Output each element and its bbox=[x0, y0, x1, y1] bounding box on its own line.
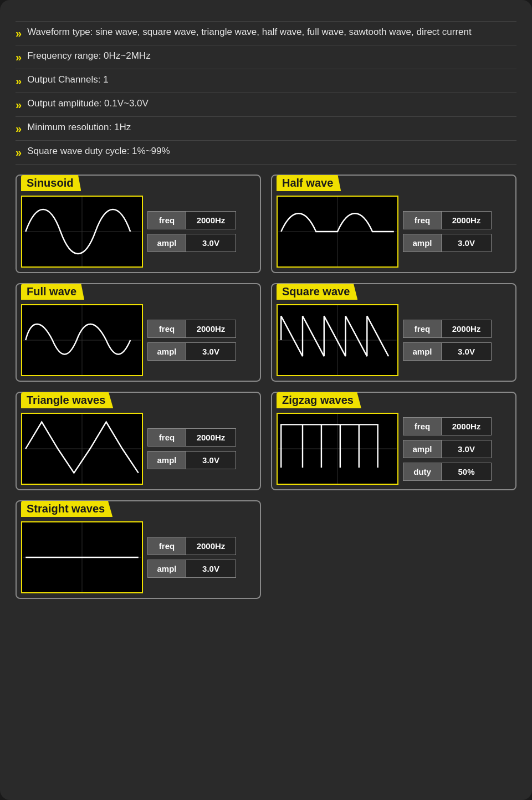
ampl-label: ampl bbox=[147, 560, 186, 578]
freq-label: freq bbox=[147, 320, 186, 338]
ampl-label: ampl bbox=[147, 234, 186, 252]
double-arrow-icon: » bbox=[16, 122, 22, 135]
params-col: freq 2000Hz ampl 3.0V bbox=[403, 196, 511, 268]
main-page: »Waveform type: sine wave, square wave, … bbox=[0, 0, 532, 800]
freq-value: 2000Hz bbox=[442, 211, 492, 229]
card-header: Zigzag waves bbox=[272, 393, 515, 408]
card-body: freq 2000Hz ampl 3.0V bbox=[17, 517, 260, 598]
freq-row: freq 2000Hz bbox=[403, 417, 511, 435]
freq-label: freq bbox=[403, 211, 442, 229]
card-title: Zigzag waves bbox=[277, 392, 361, 408]
card-squarewave: Square wave freq 2000Hz ampl 3.0V bbox=[271, 283, 516, 382]
card-body: freq 2000Hz ampl 3.0V duty 50% bbox=[272, 408, 515, 489]
double-arrow-icon: » bbox=[16, 27, 22, 40]
wave-display-straightwaves bbox=[21, 521, 143, 593]
ampl-label: ampl bbox=[403, 342, 442, 361]
freq-value: 2000Hz bbox=[442, 417, 492, 435]
feature-item: »Output Channels: 1 bbox=[16, 69, 516, 93]
duty-label: duty bbox=[403, 463, 442, 481]
duty-value: 50% bbox=[442, 463, 492, 481]
wave-display-squarewave bbox=[277, 304, 398, 376]
double-arrow-icon: » bbox=[16, 99, 22, 111]
freq-value: 2000Hz bbox=[186, 537, 236, 555]
feature-text: Output Channels: 1 bbox=[27, 74, 108, 85]
ampl-row: ampl 3.0V bbox=[147, 560, 255, 578]
ampl-row: ampl 3.0V bbox=[403, 234, 511, 252]
card-zigzagwaves: Zigzag waves freq 2000Hz ampl 3.0V bbox=[271, 392, 516, 490]
feature-text: Frequency range: 0Hz~2MHz bbox=[27, 50, 151, 61]
waveform-grid: Sinusoid freq 2000Hz ampl 3.0V bbox=[16, 175, 516, 599]
params-col: freq 2000Hz ampl 3.0V bbox=[147, 196, 255, 268]
freq-value: 2000Hz bbox=[186, 428, 236, 447]
ampl-value: 3.0V bbox=[442, 440, 492, 458]
card-fullwave: Full wave freq 2000Hz ampl 3.0V bbox=[16, 283, 261, 382]
double-arrow-icon: » bbox=[16, 146, 22, 159]
wave-display-halfwave bbox=[277, 196, 398, 268]
feature-item: »Frequency range: 0Hz~2MHz bbox=[16, 45, 516, 69]
double-arrow-icon: » bbox=[16, 51, 22, 64]
ampl-row: ampl 3.0V bbox=[147, 234, 255, 252]
card-body: freq 2000Hz ampl 3.0V bbox=[17, 408, 260, 489]
freq-value: 2000Hz bbox=[442, 320, 492, 338]
freq-row: freq 2000Hz bbox=[403, 320, 511, 338]
card-header: Half wave bbox=[272, 176, 515, 191]
ampl-label: ampl bbox=[147, 342, 186, 361]
freq-label: freq bbox=[147, 428, 186, 447]
feature-item: »Square wave duty cycle: 1%~99% bbox=[16, 141, 516, 165]
ampl-row: ampl 3.0V bbox=[403, 342, 511, 361]
params-col: freq 2000Hz ampl 3.0V bbox=[147, 413, 255, 485]
card-header: Straight waves bbox=[17, 501, 260, 517]
freq-row: freq 2000Hz bbox=[403, 211, 511, 229]
card-title: Full wave bbox=[21, 284, 84, 300]
ampl-value: 3.0V bbox=[442, 342, 492, 361]
freq-label: freq bbox=[147, 211, 186, 229]
card-body: freq 2000Hz ampl 3.0V bbox=[17, 191, 260, 272]
card-header: Square wave bbox=[272, 284, 515, 300]
freq-row: freq 2000Hz bbox=[147, 320, 255, 338]
ampl-label: ampl bbox=[403, 440, 442, 458]
params-col: freq 2000Hz ampl 3.0V bbox=[403, 304, 511, 376]
card-title: Square wave bbox=[277, 284, 357, 300]
freq-row: freq 2000Hz bbox=[147, 537, 255, 555]
freq-label: freq bbox=[147, 537, 186, 555]
card-body: freq 2000Hz ampl 3.0V bbox=[272, 300, 515, 381]
feature-text: Output amplitude: 0.1V~3.0V bbox=[27, 98, 149, 109]
ampl-value: 3.0V bbox=[442, 234, 492, 252]
card-title: Half wave bbox=[277, 175, 341, 191]
freq-value: 2000Hz bbox=[186, 211, 236, 229]
card-header: Triangle waves bbox=[17, 393, 260, 408]
feature-list: »Waveform type: sine wave, square wave, … bbox=[16, 21, 516, 165]
duty-row: duty 50% bbox=[403, 463, 511, 481]
feature-item: »Waveform type: sine wave, square wave, … bbox=[16, 21, 516, 45]
params-col: freq 2000Hz ampl 3.0V bbox=[147, 304, 255, 376]
card-sinusoid: Sinusoid freq 2000Hz ampl 3.0V bbox=[16, 175, 261, 273]
freq-label: freq bbox=[403, 417, 442, 435]
feature-text: Minimum resolution: 1Hz bbox=[27, 122, 131, 133]
params-col: freq 2000Hz ampl 3.0V bbox=[147, 521, 255, 593]
feature-text: Waveform type: sine wave, square wave, t… bbox=[27, 27, 472, 38]
wave-display-fullwave bbox=[21, 304, 143, 376]
card-halfwave: Half wave freq 2000Hz ampl 3.0V bbox=[271, 175, 516, 273]
ampl-label: ampl bbox=[147, 451, 186, 469]
ampl-value: 3.0V bbox=[186, 234, 236, 252]
ampl-value: 3.0V bbox=[186, 451, 236, 469]
card-header: Sinusoid bbox=[17, 176, 260, 191]
card-body: freq 2000Hz ampl 3.0V bbox=[17, 300, 260, 381]
feature-text: Square wave duty cycle: 1%~99% bbox=[27, 146, 170, 157]
freq-row: freq 2000Hz bbox=[147, 211, 255, 229]
ampl-row: ampl 3.0V bbox=[147, 342, 255, 361]
wave-display-trianglewaves bbox=[21, 413, 143, 485]
wave-display-zigzagwaves bbox=[277, 413, 398, 485]
ampl-value: 3.0V bbox=[186, 560, 236, 578]
card-body: freq 2000Hz ampl 3.0V bbox=[272, 191, 515, 272]
double-arrow-icon: » bbox=[16, 75, 22, 88]
card-trianglewaves: Triangle waves freq 2000Hz ampl 3.0V bbox=[16, 392, 261, 490]
card-title: Triangle waves bbox=[21, 392, 113, 408]
card-straightwaves: Straight waves freq 2000Hz ampl 3.0V bbox=[16, 500, 261, 599]
ampl-value: 3.0V bbox=[186, 342, 236, 361]
ampl-row: ampl 3.0V bbox=[403, 440, 511, 458]
freq-label: freq bbox=[403, 320, 442, 338]
card-title: Straight waves bbox=[21, 501, 112, 517]
params-col: freq 2000Hz ampl 3.0V duty 50% bbox=[403, 413, 511, 485]
ampl-row: ampl 3.0V bbox=[147, 451, 255, 469]
